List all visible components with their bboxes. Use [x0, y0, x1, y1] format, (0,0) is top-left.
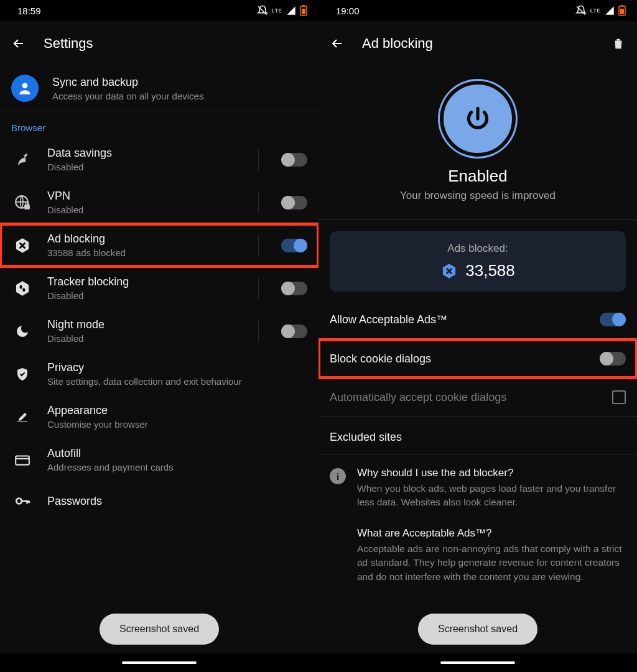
header: Settings: [0, 21, 318, 66]
shield-icon: [11, 363, 34, 385]
svg-rect-1: [302, 5, 305, 6]
auto-accept-checkbox[interactable]: [612, 390, 626, 404]
svg-rect-14: [620, 9, 624, 14]
opt-label: Automatically accept cookie dialogs: [330, 391, 601, 404]
privacy-row[interactable]: Privacy Site settings, data collection a…: [0, 352, 318, 395]
svg-rect-5: [24, 205, 30, 209]
item-sub: Disabled: [47, 205, 244, 215]
adblock-content: Enabled Your browsing speed is improved …: [318, 66, 637, 672]
ad-blocking-screen: 19:00 LTE Ad blocking Enabled Your brows…: [318, 0, 637, 672]
ad-blocking-row[interactable]: Ad blocking 33588 ads blocked: [0, 224, 318, 267]
item-title: Tracker blocking: [47, 275, 244, 288]
svg-rect-8: [17, 421, 27, 422]
item-title: Privacy: [47, 361, 307, 374]
item-title: Passwords: [47, 495, 307, 508]
avatar-icon: [11, 75, 39, 102]
svg-rect-2: [302, 9, 305, 14]
svg-point-7: [22, 288, 25, 292]
ad-blocking-toggle[interactable]: [281, 239, 307, 252]
enabled-sub: Your browsing speed is improved: [400, 190, 556, 202]
svg-rect-9: [16, 456, 29, 464]
header: Ad blocking: [318, 21, 637, 66]
info-body: When you block ads, web pages load faste…: [357, 482, 626, 510]
back-button[interactable]: [11, 36, 26, 51]
signal-icon: [605, 6, 615, 16]
stats-label: Ads blocked:: [447, 242, 508, 255]
battery-icon: [300, 5, 307, 16]
hero: Enabled Your browsing speed is improved: [318, 66, 637, 219]
status-bar: 18:59 LTE: [0, 0, 318, 21]
item-sub: Addresses and payment cards: [47, 462, 307, 472]
item-title: Night mode: [47, 318, 244, 331]
back-button[interactable]: [330, 36, 345, 51]
power-button[interactable]: [444, 85, 512, 153]
sync-sub: Access your data on all your devices: [52, 91, 307, 101]
divider: [318, 219, 637, 220]
page-title: Settings: [44, 35, 93, 52]
opt-label: Allow Acceptable Ads™: [330, 313, 588, 326]
passwords-row[interactable]: Passwords: [0, 481, 318, 521]
info-icon: i: [330, 468, 346, 484]
tracker-toggle[interactable]: [281, 282, 307, 295]
item-title: Autofill: [47, 447, 307, 460]
night-mode-row[interactable]: Night mode Disabled: [0, 310, 318, 352]
item-title: Ad blocking: [47, 232, 244, 246]
stats-card: Ads blocked: 33,588: [330, 231, 626, 292]
acceptable-ads-toggle[interactable]: [600, 313, 626, 326]
hex-x-icon: [440, 262, 458, 280]
paint-icon: [11, 406, 34, 428]
acceptable-ads-row[interactable]: Allow Acceptable Ads™: [318, 300, 637, 339]
card-icon: [11, 449, 34, 471]
settings-screen: 18:59 LTE Settings Sync and backup Acces…: [0, 0, 318, 672]
toast: Screenshot saved: [100, 614, 219, 645]
item-sub: Disabled: [47, 333, 244, 344]
leaf-icon: [11, 149, 34, 171]
moon-icon: [11, 320, 34, 343]
stats-value: 33,588: [465, 261, 515, 280]
block-cookie-toggle[interactable]: [600, 352, 626, 366]
status-icons: LTE: [257, 5, 307, 16]
data-savings-toggle[interactable]: [281, 153, 307, 167]
vpn-row[interactable]: VPN Disabled: [0, 181, 318, 224]
lte-label: LTE: [272, 8, 282, 14]
sync-row[interactable]: Sync and backup Access your data on all …: [0, 66, 318, 111]
toast: Screenshot saved: [418, 614, 537, 645]
item-title: VPN: [47, 190, 244, 203]
item-sub: Disabled: [47, 162, 244, 172]
hex-x-icon: [11, 234, 34, 257]
mute-icon: [257, 5, 268, 16]
svg-point-6: [20, 285, 22, 288]
info-why: i Why should I use the ad blocker? When …: [318, 454, 637, 517]
data-savings-row[interactable]: Data savings Disabled: [0, 138, 318, 181]
nav-bar: [0, 653, 318, 672]
opt-label: Block cookie dialogs: [330, 352, 588, 366]
svg-point-11: [16, 499, 22, 504]
item-sub: 33588 ads blocked: [47, 247, 244, 258]
info-acceptable: What are Acceptable Ads™? Acceptable ads…: [318, 517, 637, 591]
status-time: 19:00: [336, 6, 360, 16]
info-title: Why should I use the ad blocker?: [357, 467, 626, 479]
sync-title: Sync and backup: [52, 76, 307, 89]
vpn-toggle[interactable]: [281, 196, 307, 209]
key-icon: [11, 490, 34, 512]
autofill-row[interactable]: Autofill Addresses and payment cards: [0, 438, 318, 481]
lte-label: LTE: [590, 8, 601, 14]
tracker-blocking-row[interactable]: Tracker blocking Disabled: [0, 267, 318, 310]
item-sub: Site settings, data collection and exit …: [47, 376, 307, 387]
svg-rect-13: [621, 5, 623, 6]
mute-icon: [575, 5, 587, 16]
auto-accept-row[interactable]: Automatically accept cookie dialogs: [318, 378, 637, 417]
info-title: What are Acceptable Ads™?: [357, 527, 626, 540]
settings-content: Sync and backup Access your data on all …: [0, 66, 318, 672]
appearance-row[interactable]: Appearance Customise your browser: [0, 395, 318, 438]
item-sub: Disabled: [47, 290, 244, 301]
block-cookie-row[interactable]: Block cookie dialogs: [318, 339, 637, 378]
delete-button[interactable]: [611, 36, 626, 51]
night-toggle[interactable]: [281, 324, 307, 338]
info-body: Acceptable ads are non-annoying ads that…: [357, 542, 626, 584]
enabled-status: Enabled: [448, 167, 507, 186]
excluded-sites-row[interactable]: Excluded sites: [318, 417, 637, 454]
item-title: Data savings: [47, 147, 244, 160]
item-title: Appearance: [47, 404, 307, 417]
status-icons: LTE: [575, 5, 626, 16]
